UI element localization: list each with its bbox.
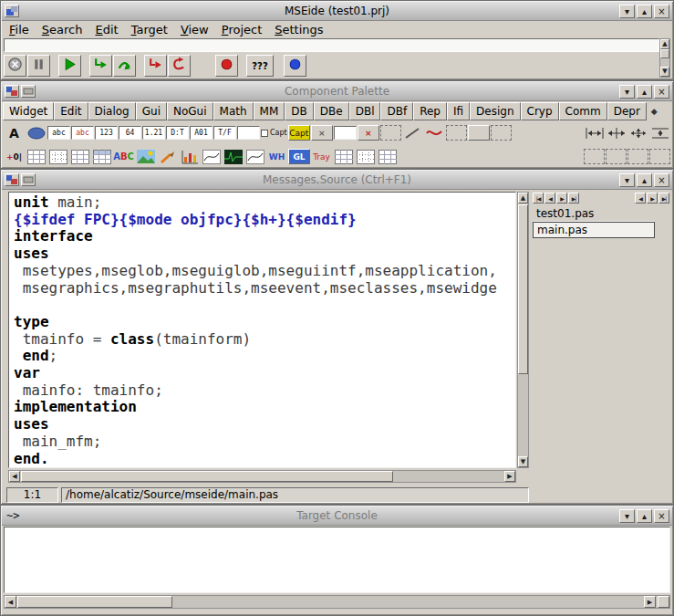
minimize-icon[interactable]: ▾ (619, 173, 635, 187)
menu-item-target[interactable]: Target (126, 22, 175, 37)
record-button[interactable] (215, 55, 238, 77)
editor-vertical-scrollbar[interactable]: ▲ ▼ (517, 192, 529, 468)
scroll-left-icon[interactable]: ◀ (9, 471, 20, 482)
tab-cryp[interactable]: Cryp (521, 102, 559, 120)
tab-dbf[interactable]: DBf (380, 102, 413, 120)
step-into-button[interactable] (89, 55, 112, 77)
palette-titlebar[interactable]: Component Palette ▾ ▴ × (2, 82, 672, 101)
integeredit-widget-icon[interactable]: 123 (95, 126, 118, 140)
fontedit-widget-icon[interactable]: ABC (113, 147, 134, 166)
file-nav-button[interactable]: ▶ (556, 193, 567, 204)
kill-button[interactable] (4, 55, 26, 77)
file-nav-button[interactable]: ▶| (658, 193, 669, 204)
main-titlebar[interactable]: MSEide (test01.prj) ▾ ▴ × (2, 2, 672, 21)
pause-button[interactable] (27, 55, 50, 77)
container4-widget-icon[interactable] (649, 149, 670, 164)
image-widget-icon[interactable] (135, 147, 156, 166)
blankedit-widget-icon[interactable] (237, 126, 260, 140)
tab-db[interactable]: DB (285, 102, 313, 120)
scroll-down-icon[interactable]: ▼ (518, 456, 528, 467)
console-scroll-thumb[interactable] (17, 596, 172, 608)
restart-button[interactable] (168, 55, 191, 77)
menu-item-file[interactable]: File (4, 22, 36, 37)
tab-nogui[interactable]: NoGui (167, 102, 213, 120)
closebutton-widget-icon[interactable]: × (311, 125, 333, 141)
menu-item-edit[interactable]: Edit (89, 22, 125, 37)
file-list-item[interactable]: test01.pas (533, 206, 655, 222)
plotter-widget-icon[interactable] (244, 147, 265, 166)
scope-widget-icon[interactable] (223, 147, 244, 166)
cancelbutton-widget-icon[interactable]: × (358, 125, 379, 141)
frame-widget-icon[interactable] (380, 125, 401, 141)
container1-widget-icon[interactable] (584, 149, 605, 164)
source-titlebar[interactable]: Messages,Source (Ctrl+F1) ▾ ▴ × (2, 171, 672, 190)
file-nav-button[interactable]: ◀ (544, 193, 555, 204)
tab-rep[interactable]: Rep (413, 102, 447, 120)
tab-edit[interactable]: Edit (54, 102, 88, 120)
splitter-widget-icon[interactable] (402, 123, 423, 142)
tab-depr[interactable]: Depr (607, 102, 647, 120)
panel-widget-icon[interactable] (468, 125, 490, 141)
edit-widget-icon[interactable] (334, 126, 357, 140)
curve-widget-icon[interactable] (201, 147, 222, 166)
step-over-button[interactable] (113, 55, 136, 77)
window-menu-icon[interactable] (21, 173, 36, 186)
maximize-icon[interactable]: ▴ (637, 85, 652, 99)
app-icon[interactable] (5, 5, 19, 17)
tab-comm[interactable]: Comm (559, 102, 607, 120)
stringgrid-widget-icon[interactable] (47, 147, 68, 166)
tab-gui[interactable]: Gui (136, 102, 167, 120)
file-list-item[interactable]: main.pas (533, 222, 655, 238)
editor-horizontal-scrollbar[interactable]: ◀ ▶ (8, 470, 516, 483)
scroll-down-icon[interactable]: ▼ (660, 67, 669, 77)
scroll-up-icon[interactable]: ▲ (660, 39, 669, 49)
source-editor[interactable]: unit main;{$ifdef FPC}{$mode objfpc}{$h+… (8, 192, 516, 468)
layouter-widget-icon[interactable] (627, 123, 648, 142)
console-output[interactable] (4, 527, 670, 593)
realedit-widget-icon[interactable]: 1.21 (142, 126, 165, 140)
docker-widget-icon[interactable] (649, 123, 670, 142)
menu-item-project[interactable]: Project (216, 22, 270, 37)
button-widget-icon[interactable]: Capt (288, 125, 310, 141)
console-titlebar[interactable]: ~> Target Console ▾ ▴ × (2, 506, 672, 526)
opengl-widget-icon[interactable]: GL (288, 149, 310, 164)
menu-item-settings[interactable]: Settings (269, 22, 330, 37)
container3-widget-icon[interactable] (627, 149, 648, 164)
window-menu-icon[interactable] (21, 85, 36, 98)
scroll-right-icon[interactable]: ▶ (504, 471, 515, 482)
minimize-icon[interactable]: ▾ (619, 5, 635, 18)
shape-widget-icon[interactable] (26, 123, 47, 142)
treeview-widget-icon[interactable] (377, 147, 398, 166)
tab-dbl[interactable]: DBl (349, 102, 381, 120)
booleanedit-widget-icon[interactable]: T/F (213, 126, 236, 140)
dock-scrollbar[interactable]: ▲ ▼ (659, 38, 670, 78)
maximize-icon[interactable]: ▴ (637, 509, 652, 523)
close-icon[interactable]: × (654, 85, 669, 99)
close-icon[interactable]: × (654, 5, 669, 18)
minimize-icon[interactable]: ▾ (619, 85, 635, 99)
memoedit-widget-icon[interactable]: abc (71, 126, 94, 140)
horizontal-scroll-thumb[interactable] (21, 471, 393, 482)
file-nav-button[interactable]: ◀ (635, 193, 646, 204)
bezier-widget-icon[interactable] (424, 123, 445, 142)
listview-widget-icon[interactable] (355, 147, 376, 166)
tab-math[interactable]: Math (213, 102, 254, 120)
scrollbox-widget-icon[interactable] (491, 125, 512, 141)
groupbox-widget-icon[interactable] (446, 125, 467, 141)
tab-widget[interactable]: Widget (3, 102, 54, 120)
close-icon[interactable]: × (654, 173, 669, 187)
container2-widget-icon[interactable] (606, 149, 627, 164)
drawgrid-widget-icon[interactable] (69, 147, 90, 166)
minimize-icon[interactable]: ▾ (619, 509, 635, 523)
vertical-scroll-thumb[interactable] (518, 204, 528, 374)
source-window-icon[interactable] (5, 173, 19, 186)
stringedit-widget-icon[interactable]: abc (47, 126, 70, 140)
close-icon[interactable]: × (654, 509, 669, 523)
command-strip[interactable] (4, 38, 659, 52)
run-button[interactable] (58, 55, 81, 77)
file-nav-button[interactable]: ▶ (647, 193, 658, 204)
maximize-icon[interactable]: ▴ (637, 173, 652, 187)
label-widget-icon[interactable]: A (4, 123, 25, 142)
formatedit-widget-icon[interactable]: A01 (190, 126, 213, 140)
chart-widget-icon[interactable] (179, 147, 200, 166)
